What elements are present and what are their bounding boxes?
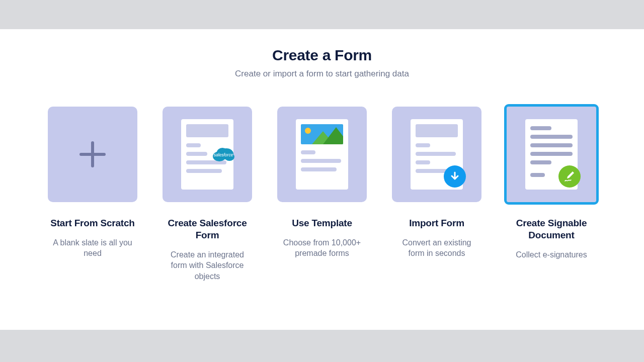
option-create-salesforce-form[interactable]: salesforce Create Salesforce Form Create… (162, 107, 253, 282)
option-title: Use Template (292, 217, 352, 229)
doc-line (301, 159, 341, 163)
document-preview-icon (525, 119, 578, 190)
page-subtitle: Create or import a form to start gatheri… (0, 69, 644, 79)
doc-line (530, 160, 551, 164)
document-preview-icon: salesforce (181, 119, 233, 190)
doc-line (186, 152, 207, 156)
option-cards-row: Start From Scratch A blank slate is all … (0, 107, 644, 282)
doc-header-bar (416, 124, 458, 137)
pen-signature-icon (558, 165, 581, 188)
option-create-signable-document[interactable]: Create Signable Document Collect e-signa… (506, 107, 597, 282)
option-description: Convert an existing form in seconds (391, 237, 482, 259)
option-description: Collect e-signatures (514, 249, 589, 260)
option-description: Choose from 10,000+ premade forms (277, 237, 367, 259)
tile-import (392, 107, 481, 202)
option-title: Start From Scratch (50, 217, 134, 229)
create-form-panel: Create a Form Create or import a form to… (0, 29, 644, 282)
document-preview-icon (296, 119, 348, 190)
doc-header-bar (186, 124, 228, 137)
svg-text:salesforce: salesforce (214, 152, 233, 157)
option-title: Create Signable Document (506, 217, 597, 241)
bottom-letterbox-bar (0, 330, 644, 362)
option-title: Import Form (409, 217, 464, 229)
option-description: A blank slate is all you need (47, 237, 138, 259)
doc-line (186, 143, 201, 147)
download-arrow-icon (444, 165, 466, 188)
plus-icon (76, 138, 109, 170)
doc-line (530, 135, 573, 139)
option-start-from-scratch[interactable]: Start From Scratch A blank slate is all … (47, 107, 138, 282)
option-description: Create an integrated form with Salesforc… (162, 249, 253, 282)
doc-line (186, 169, 222, 173)
doc-line (416, 160, 430, 164)
option-title: Create Salesforce Form (162, 217, 253, 241)
doc-line (530, 126, 551, 130)
sun-icon (305, 128, 311, 134)
document-preview-icon (411, 119, 463, 190)
tile-signable (507, 107, 596, 202)
doc-line (530, 173, 545, 177)
tile-salesforce: salesforce (163, 107, 252, 202)
option-use-template[interactable]: Use Template Choose from 10,000+ premade… (277, 107, 367, 282)
salesforce-icon: salesforce (209, 145, 237, 164)
doc-line (530, 152, 573, 156)
page-title: Create a Form (0, 47, 644, 64)
option-import-form[interactable]: Import Form Convert an existing form in … (391, 107, 482, 282)
doc-line (530, 143, 573, 147)
doc-line (301, 167, 337, 171)
svg-rect-1 (79, 153, 106, 156)
image-icon (301, 124, 343, 144)
doc-line (416, 143, 430, 147)
mountain-icon (323, 127, 343, 144)
tile-template (277, 107, 367, 202)
doc-line (301, 150, 315, 154)
tile-start-from-scratch (48, 107, 137, 202)
doc-line (416, 152, 456, 156)
top-letterbox-bar (0, 0, 644, 29)
